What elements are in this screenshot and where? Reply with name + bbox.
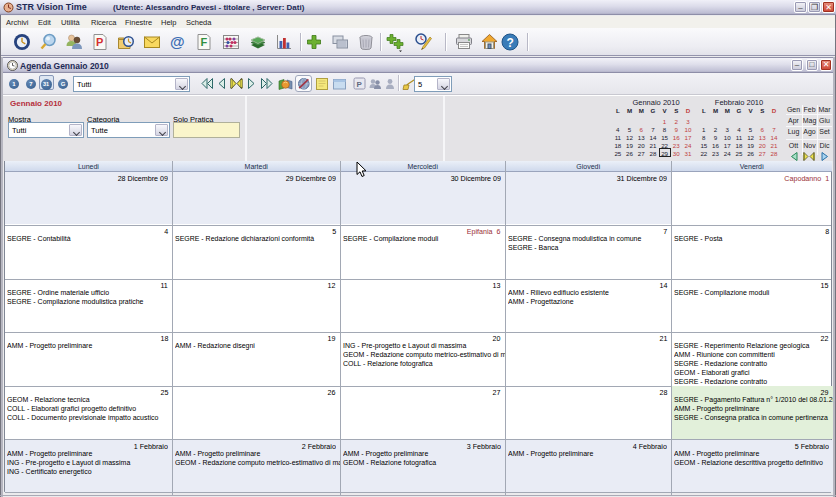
svg-text:@: @ bbox=[170, 33, 185, 50]
svg-text:P: P bbox=[357, 80, 363, 89]
svg-text:?: ? bbox=[507, 36, 514, 50]
svg-text:F: F bbox=[201, 36, 208, 48]
svg-text:P: P bbox=[96, 36, 103, 48]
